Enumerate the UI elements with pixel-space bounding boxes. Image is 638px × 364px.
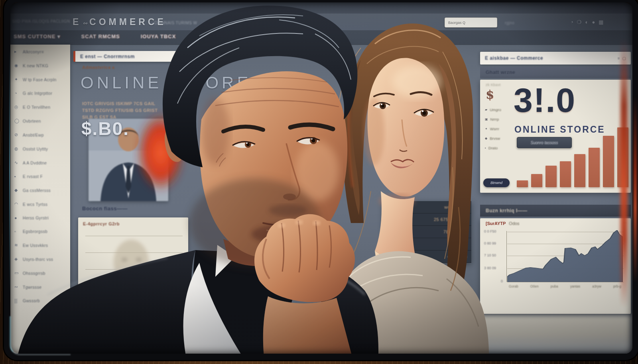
sidebar-item[interactable]: ● Herss Gyrstri — [10, 211, 70, 225]
stats-menu-item[interactable]: ▰ Umgro — [485, 108, 501, 112]
trend-chart-title: [SurAYTPOdos — [486, 221, 520, 226]
customer-panel-header: E-4gprrcyr G2rb — [83, 221, 120, 226]
online-store-subtitle: ONLINE STORCE — [514, 124, 605, 135]
sidebar-item[interactable]: ◍ Osstst Uyttty — [10, 142, 70, 156]
sidebar-item-label: Osstst Uyttty — [23, 147, 48, 151]
sidebar-item-label: Alkrconyr≡ — [23, 49, 44, 54]
sidebar-item[interactable]: ▒ Gwsssrb — [10, 294, 70, 307]
sidebar-item[interactable]: ≋ Ew Ussvkkrs — [10, 238, 70, 252]
ghost-face-illustration — [97, 233, 165, 313]
header-icon[interactable]: ❍ — [577, 19, 582, 25]
table-row[interactable]: 68 6K3 0 — [384, 238, 471, 250]
bottom-section-header: Buzn krrhiq I—— — [480, 205, 631, 217]
stats-menu-icon: ▰ — [485, 108, 487, 112]
sidebar-item[interactable]: ⊘ Ansbt/Ewp — [10, 128, 70, 142]
red-screen-edge-glow — [620, 38, 628, 307]
nav-item[interactable]: SMW — [197, 33, 211, 39]
man-neck — [223, 239, 284, 266]
bottom-header-text: Buzn krrhiq I—— — [486, 208, 528, 213]
sidebar-item-label: Tgwrssse — [23, 285, 41, 290]
stats-menu-item[interactable]: ✦ Wsrrr — [485, 127, 501, 131]
sidebar-item-icon: ◠ — [14, 202, 20, 207]
sidebar-item[interactable]: ▭ Ohsssgrrsb — [10, 266, 70, 280]
sidebar-item[interactable]: ◉ K new NTKG — [10, 59, 70, 72]
search-box[interactable] — [445, 18, 497, 27]
storefront-logo-bar[interactable]: E enst — Cnorrmrnsm — [73, 51, 230, 62]
sidebar-item-icon: ≋ — [14, 243, 20, 248]
stats-menu-item[interactable]: ▪ Drato — [485, 146, 501, 150]
sidebar-item[interactable]: ▫ Egsbrorgssb — [10, 225, 70, 238]
bar — [560, 161, 571, 187]
brand-logo[interactable]: E∾COMMERCE — [73, 17, 166, 27]
sidebar-item-icon: ◉ — [14, 63, 20, 68]
table-row[interactable]: 33.2 783 del 0 0 — [384, 226, 471, 238]
sidebar-item[interactable]: ◎ E O Tervillhen — [10, 100, 70, 114]
brand-wing-icon: ∾ — [81, 20, 89, 26]
search-input[interactable] — [447, 20, 494, 25]
sidebar-item-icon: ◆ — [14, 188, 20, 193]
man-suit-right-shoulder — [303, 255, 378, 364]
sidebar-item-icon: ◈ — [14, 256, 20, 262]
header-icon[interactable]: ▦ — [599, 19, 603, 25]
nav-item[interactable]: SCAT RMCMS — [81, 33, 120, 39]
stats-panel: zk Kbavt $ ▰ Umgro ▣ Nrrrp ✦ — [480, 80, 631, 193]
table-row[interactable]: ADD 0 25 675 8B9 G 0 — [384, 213, 471, 226]
woman-hair-strand — [349, 60, 361, 215]
currency-symbol: $ — [486, 88, 494, 102]
sidebar-item-label: Ansbt/Ewp — [23, 133, 44, 137]
screen-top-strip — [0, 0, 638, 14]
stats-menu-icon: ◆ — [485, 137, 487, 140]
customer-panel: E-4gprrcyr G2rb — [78, 217, 188, 321]
sidebar-item-label: Ohsssgrrsb — [23, 271, 45, 276]
header-icon[interactable]: ◐ — [585, 19, 589, 25]
y-axis-tick-label: 0 — [501, 279, 503, 283]
sidebar-item-icon: ◔ — [14, 91, 20, 96]
sidebar-item-label: Egsbrorgssb — [23, 229, 47, 234]
header-icon[interactable]: ● — [592, 19, 595, 25]
pill-badge-button[interactable]: Btnwnd — [483, 178, 510, 187]
nav-item[interactable]: SMS CUTTONE ▾ — [14, 33, 61, 39]
table-row[interactable]: 4 320 0 4 — [384, 250, 471, 263]
out-of-focus-band — [480, 315, 631, 354]
y-axis-tick-label: 0 80 99 — [484, 241, 496, 245]
row-label: 33.2 — [388, 229, 396, 234]
right-logo-bar[interactable]: E aiskbae — Commerce ≡▢ — [480, 52, 631, 65]
sidebar-item[interactable]: ◯ Ovbrteen — [10, 114, 70, 128]
sidebar-item-label: Ovbrteen — [23, 119, 41, 123]
sidebar-item[interactable]: ▸ Alkrconyr≡ — [10, 45, 70, 59]
sidebar-item[interactable]: ◔ G alc Intgrpttor — [10, 86, 70, 100]
bar-chart — [515, 127, 630, 187]
sidebar-item[interactable]: ◈ Usyrs-thsrc vss — [10, 252, 70, 266]
y-axis-tick-label: 3 80 09 — [484, 266, 496, 270]
man-forearm — [263, 296, 354, 364]
x-axis-tick-label: yantas — [570, 284, 580, 288]
sidebar-item[interactable]: ∿ A A Dvddtne — [10, 156, 70, 170]
sidebar-item-label: Usyrs-thsrc vss — [23, 257, 53, 262]
y-axis-tick-label: 7 10 50 — [484, 253, 496, 257]
bezel-red-reflection — [634, 96, 637, 283]
sidebar: ▸ Alkrconyr≡ ◉ K new NTKG ✦ W tp Fase Ac… — [10, 45, 70, 354]
orders-table: 681 330 word C940 ADD 0 25 675 8B9 G 0 3… — [384, 201, 471, 263]
sidebar-item[interactable]: ◆ Ga cssMersss — [10, 183, 70, 197]
stats-menu-label: Nrrrp — [490, 117, 499, 121]
cta-button[interactable]: Suonro tassoss — [517, 137, 572, 148]
woman-top — [329, 251, 489, 364]
row-value: 68 6K3 0 — [448, 242, 467, 247]
x-axis-tick-label: puba — [551, 284, 558, 288]
stats-menu-item[interactable]: ▣ Nrrrp — [485, 117, 501, 121]
sidebar-item[interactable]: ◠ E wcs Tyrtss — [10, 197, 70, 211]
bar — [531, 174, 542, 187]
stats-menu-icon: ▣ — [485, 117, 488, 121]
row-value: 25 675 8B9 G 0 — [434, 217, 467, 222]
sidebar-item[interactable]: ✦ W tp Fase Acrpln — [10, 72, 70, 86]
table-row[interactable]: 681 330 word C940 — [384, 201, 471, 213]
sidebar-item[interactable]: ▪ E rvsast F — [10, 170, 70, 183]
menu-icon[interactable]: ≡ — [618, 56, 620, 61]
trend-chart-panel: [SurAYTPOdos ⋯ 0 0 F500 80 997 10 503 80… — [480, 218, 631, 314]
sidebar-item[interactable]: ∾ Tgwrssse — [10, 280, 70, 294]
stats-menu-item[interactable]: ◆ Brvsw — [485, 136, 501, 141]
nav-item[interactable]: IOUYA TBCX — [141, 33, 176, 39]
sidebar-item-label: W tp Fase Acrpln — [23, 77, 57, 82]
bar — [574, 154, 585, 187]
header-icon[interactable]: ◔ — [570, 19, 573, 25]
